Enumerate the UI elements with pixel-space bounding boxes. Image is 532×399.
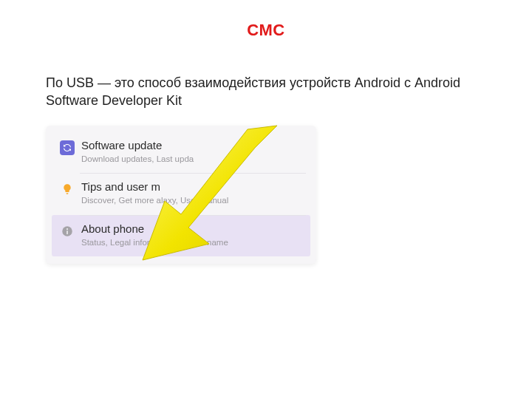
row-title: Tips and user m <box>81 180 306 194</box>
row-subtitle: Download updates, Last upda <box>81 154 306 164</box>
row-title: Software update <box>81 139 306 152</box>
page-title: СМС <box>0 21 532 40</box>
settings-row-tips[interactable]: Tips and user m Discover, Get more alaxy… <box>52 173 310 214</box>
settings-row-software-update[interactable]: Software update Download updates, Last u… <box>52 132 310 173</box>
row-subtitle: Discover, Get more alaxy, User manual <box>81 195 306 205</box>
update-icon <box>60 140 75 155</box>
svg-point-1 <box>66 228 68 230</box>
body-paragraph: По USB — это способ взаимодействия устро… <box>46 74 474 110</box>
svg-rect-2 <box>66 231 68 234</box>
row-subtitle: Status, Legal information, Phone name <box>81 237 306 248</box>
row-title: About phone <box>81 222 306 236</box>
tips-icon <box>60 182 75 197</box>
settings-row-about-phone[interactable]: About phone Status, Legal information, P… <box>52 215 310 256</box>
info-icon <box>60 224 75 239</box>
settings-card: Software update Download updates, Last u… <box>46 126 316 264</box>
